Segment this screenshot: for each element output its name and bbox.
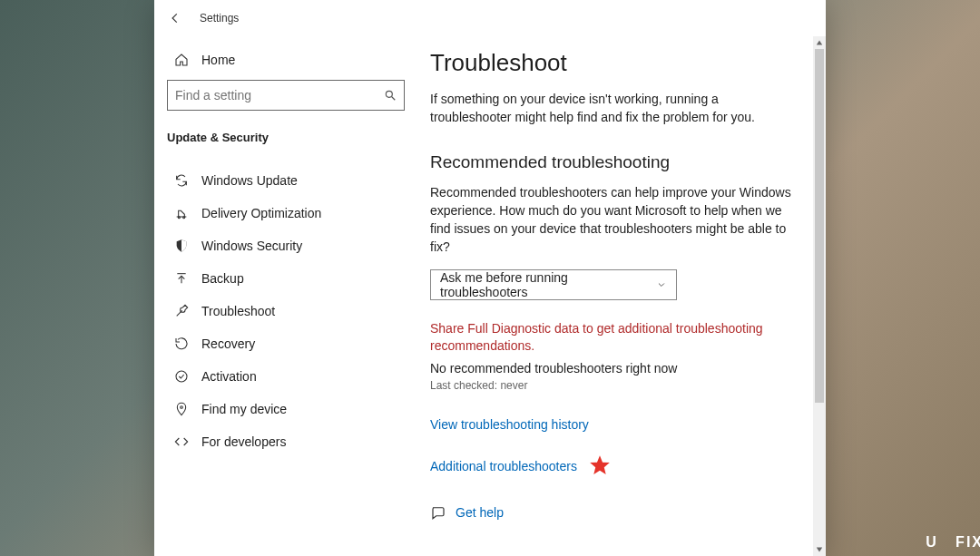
refresh-icon	[174, 173, 189, 188]
sidebar-home-label: Home	[201, 53, 235, 67]
search-input[interactable]	[175, 88, 384, 102]
chat-icon	[430, 504, 446, 521]
sidebar-nav: Windows Update Delivery Optimization Win…	[167, 164, 405, 458]
sidebar: Home Update & Security Windows Update De…	[154, 36, 417, 556]
chevron-down-icon	[656, 279, 667, 290]
get-help-row: Get help	[430, 504, 800, 521]
additional-troubleshooters-link[interactable]: Additional troubleshooters	[430, 459, 577, 473]
search-box[interactable]	[167, 80, 405, 111]
dropdown-value: Ask me before running troubleshooters	[440, 270, 656, 299]
scrollbar[interactable]	[813, 36, 826, 556]
view-history-link[interactable]: View troubleshooting history	[430, 417, 800, 432]
nav-label: Find my device	[201, 402, 287, 416]
sidebar-item-for-developers[interactable]: For developers	[167, 425, 405, 458]
content: Home Update & Security Windows Update De…	[154, 36, 826, 556]
activation-icon	[174, 369, 189, 384]
nav-label: Troubleshoot	[201, 304, 275, 318]
nav-label: For developers	[201, 434, 286, 449]
watermark-fix: FIX	[956, 534, 980, 550]
intro-text: If something on your device isn't workin…	[430, 90, 800, 127]
share-diagnostic-link[interactable]: Share Full Diagnostic data to get additi…	[430, 320, 800, 356]
location-icon	[174, 402, 189, 416]
nav-label: Recovery	[201, 337, 255, 351]
page-title: Troubleshoot	[430, 49, 800, 77]
recovery-icon	[174, 337, 189, 351]
nav-label: Backup	[201, 271, 244, 286]
home-icon	[174, 53, 189, 67]
main-panel: Troubleshoot If something on your device…	[417, 36, 826, 556]
svg-point-4	[181, 406, 183, 409]
nav-label: Delivery Optimization	[201, 206, 321, 220]
wrench-icon	[174, 304, 189, 318]
back-button[interactable]	[165, 8, 185, 28]
scroll-thumb[interactable]	[815, 49, 824, 403]
nav-label: Windows Update	[201, 173, 298, 188]
svg-point-1	[178, 217, 180, 219]
window-title: Settings	[200, 12, 239, 24]
sidebar-section: Update & Security	[167, 127, 405, 148]
sidebar-item-find-my-device[interactable]: Find my device	[167, 393, 405, 425]
recommended-heading: Recommended troubleshooting	[430, 152, 800, 172]
nav-label: Windows Security	[201, 239, 302, 253]
star-marker-icon	[588, 454, 612, 481]
get-help-link[interactable]: Get help	[456, 505, 504, 520]
search-icon	[384, 89, 397, 102]
sidebar-item-recovery[interactable]: Recovery	[167, 327, 405, 360]
sidebar-home[interactable]: Home	[167, 44, 405, 76]
sidebar-item-windows-update[interactable]: Windows Update	[167, 164, 405, 197]
svg-point-0	[386, 91, 392, 97]
svg-point-3	[176, 371, 187, 382]
watermark-u: U	[926, 534, 938, 550]
no-recommended-text: No recommended troubleshooters right now	[430, 361, 800, 376]
sidebar-item-troubleshoot[interactable]: Troubleshoot	[167, 295, 405, 327]
scroll-up-arrow[interactable]	[813, 36, 826, 49]
nav-label: Activation	[201, 369, 257, 384]
troubleshooter-preference-dropdown[interactable]: Ask me before running troubleshooters	[430, 269, 677, 300]
watermark: U FIX	[926, 534, 980, 551]
scroll-down-arrow[interactable]	[813, 543, 826, 556]
last-checked-text: Last checked: never	[430, 379, 800, 392]
recommended-text: Recommended troubleshooters can help imp…	[430, 183, 800, 257]
code-icon	[174, 434, 189, 449]
titlebar: Settings	[154, 0, 826, 36]
sidebar-item-backup[interactable]: Backup	[167, 262, 405, 295]
backup-icon	[174, 271, 189, 286]
shield-icon	[174, 239, 189, 253]
sidebar-item-activation[interactable]: Activation	[167, 360, 405, 393]
settings-window: Settings Home Update & Security Windows …	[154, 0, 826, 556]
svg-point-2	[183, 217, 185, 219]
sidebar-item-windows-security[interactable]: Windows Security	[167, 229, 405, 262]
sidebar-item-delivery-optimization[interactable]: Delivery Optimization	[167, 197, 405, 229]
delivery-icon	[174, 206, 189, 220]
